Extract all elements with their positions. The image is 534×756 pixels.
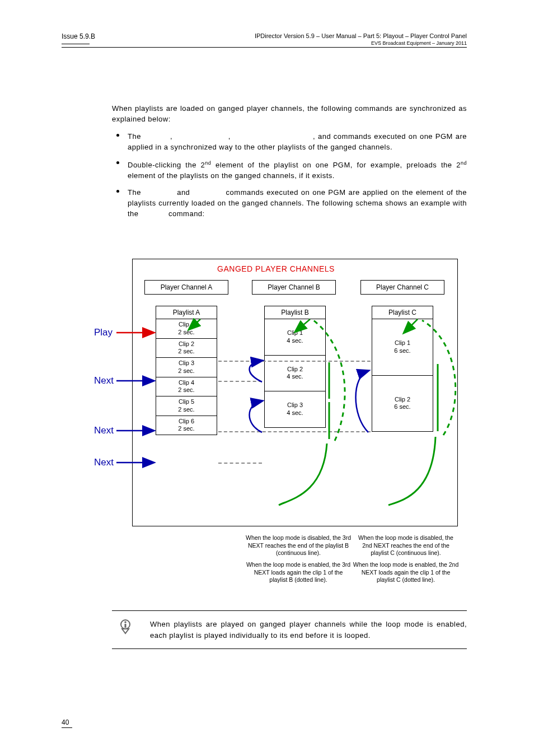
play-command-label: Play <box>94 327 113 338</box>
clip-a6-dur: 2 sec. <box>178 425 194 432</box>
bullet-3: The and commands executed on one PGM are… <box>112 188 467 220</box>
clip-a4: Clip 42 sec. <box>156 377 217 397</box>
playlist-b-col: Playlist B Clip 14 sec. Clip 24 sec. Cli… <box>264 306 326 428</box>
b1-pre: The <box>128 132 144 141</box>
note-box: When playlists are played on ganged play… <box>112 610 467 649</box>
footnote-b-disabled: When the loop mode is disabled, the 3rd … <box>245 534 352 557</box>
playlist-c-head: Playlist C <box>372 306 433 319</box>
b2-after: element of the playlists on the ganged c… <box>128 171 335 180</box>
clip-c2-name: Clip 2 <box>395 396 410 403</box>
clip-a3-dur: 2 sec. <box>178 367 194 374</box>
dash-line-4 <box>218 463 262 464</box>
note-text: When playlists are played on ganged play… <box>150 620 467 640</box>
footnote-c-disabled: When the loop mode is disabled, the 2nd … <box>353 534 459 557</box>
dash-line-2 <box>218 381 262 382</box>
clip-a4-dur: 2 sec. <box>178 386 194 393</box>
bullet-2: Double-clicking the 2nd element of the p… <box>112 159 467 181</box>
clip-a6: Clip 62 sec. <box>156 416 217 435</box>
note-icon <box>118 619 133 634</box>
header-title: IPDirector Version 5.9 – User Manual – P… <box>255 32 467 39</box>
clip-a2: Clip 22 sec. <box>156 339 217 358</box>
clip-c2-dur: 6 sec. <box>394 403 410 410</box>
page-number: 40 <box>62 718 72 728</box>
ganged-channels-diagram: GANGED PLAYER CHANNELS Player Channel A … <box>88 259 463 580</box>
clip-b1: Clip 14 sec. <box>265 319 325 356</box>
clip-b1-dur: 4 sec. <box>287 337 303 344</box>
clip-a1-dur: 2 sec. <box>178 329 194 335</box>
dash-line-3 <box>218 431 371 432</box>
clip-a5-name: Clip 5 <box>179 398 194 405</box>
channel-b-box: Player Channel B <box>252 280 336 295</box>
playlist-a-col: Playlist A Clip 12 sec. Clip 22 sec. Cli… <box>156 306 217 435</box>
clip-a1-name: Clip 1 <box>179 321 194 328</box>
bullet-icon <box>116 190 119 193</box>
bullet-list: The , , , and commands executed on one P… <box>112 132 467 220</box>
bullet-icon <box>116 161 119 164</box>
bullet-2-text: Double-clicking the 2nd element of the p… <box>128 161 467 180</box>
footnote-b-enabled: When the loop mode is enabled, the 3rd N… <box>245 561 352 584</box>
bullet-3-text: The and commands executed on one PGM are… <box>128 188 469 218</box>
b2-sup1: nd <box>205 160 211 165</box>
channel-a-box: Player Channel A <box>144 280 228 295</box>
clip-c1: Clip 16 sec. <box>372 319 433 376</box>
clip-c1-dur: 6 sec. <box>394 347 410 354</box>
clip-a2-dur: 2 sec. <box>178 348 194 354</box>
bullet-icon <box>116 134 119 137</box>
clip-c2: Clip 26 sec. <box>372 376 433 432</box>
clip-a3-name: Clip 3 <box>179 360 194 366</box>
svg-point-11 <box>124 621 127 623</box>
next-command-1: Next <box>94 375 114 386</box>
clip-a3: Clip 32 sec. <box>156 358 217 377</box>
clip-b3-name: Clip 3 <box>287 402 303 408</box>
clip-a1: Clip 12 sec. <box>156 319 217 339</box>
page-header: Issue 5.9.B IPDirector Version 5.9 – Use… <box>62 32 467 48</box>
clip-b3: Clip 34 sec. <box>265 391 325 427</box>
b1-gap: , , , <box>144 132 316 141</box>
b2-sup2: nd <box>461 160 467 165</box>
dash-line-1 <box>218 361 371 362</box>
bullet-1-text: The , , , and commands executed on one P… <box>128 132 467 151</box>
bullet-1: The , , , and commands executed on one P… <box>112 132 467 153</box>
clip-a6-name: Clip 6 <box>179 418 194 424</box>
clip-b3-dur: 4 sec. <box>287 409 303 416</box>
svg-rect-12 <box>125 624 127 628</box>
playlist-c-col: Playlist C Clip 16 sec. Clip 26 sec. <box>372 306 433 432</box>
playlist-a-head: Playlist A <box>156 306 217 319</box>
body-content: When playlists are loaded on ganged play… <box>112 104 467 226</box>
clip-c1-name: Clip 1 <box>395 339 410 346</box>
clip-a4-name: Clip 4 <box>179 379 194 386</box>
b2-mid: element of the playlist on one PGM, for … <box>211 161 460 169</box>
clip-a5-dur: 2 sec. <box>178 406 194 413</box>
header-right: IPDirector Version 5.9 – User Manual – P… <box>255 32 467 46</box>
clip-b1-name: Clip 1 <box>287 329 303 336</box>
header-subtitle: EVS Broadcast Equipment – January 2011 <box>371 40 467 46</box>
issue-underline <box>62 44 90 44</box>
clip-b2-name: Clip 2 <box>287 366 303 372</box>
playlist-b-head: Playlist B <box>265 306 325 319</box>
clip-a2-name: Clip 2 <box>179 340 194 347</box>
footnote-c-enabled: When the loop mode is enabled, the 2nd N… <box>353 561 459 584</box>
clip-b2-dur: 4 sec. <box>287 373 303 380</box>
intro-text: When playlists are loaded on ganged play… <box>112 104 467 125</box>
channel-c-box: Player Channel C <box>360 280 444 295</box>
next-command-2: Next <box>94 425 114 436</box>
clip-a5: Clip 52 sec. <box>156 396 217 416</box>
next-command-3: Next <box>94 457 114 468</box>
b2-a: Double-clicking the 2 <box>128 161 205 169</box>
